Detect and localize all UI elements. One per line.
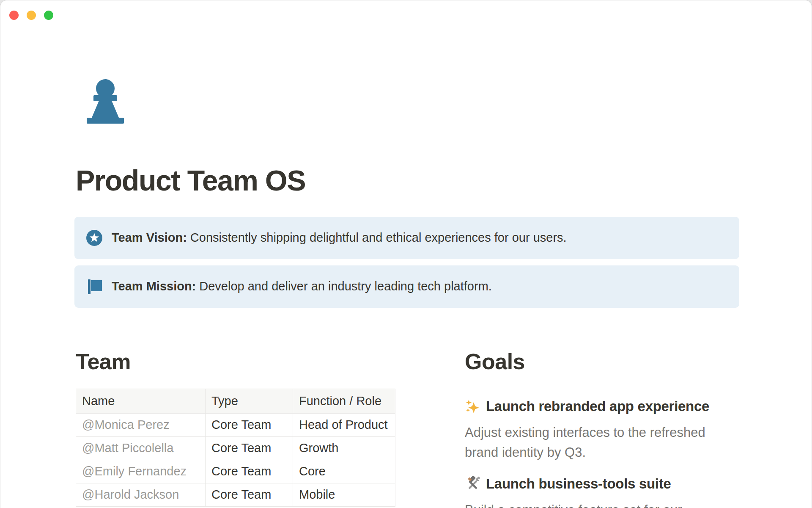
- cell-type[interactable]: Core Team: [206, 483, 293, 506]
- callout-label: Team Mission:: [112, 279, 196, 293]
- callout-team-vision[interactable]: Team Vision:Consistently shipping deligh…: [74, 217, 739, 259]
- cell-function[interactable]: Mobile: [293, 483, 395, 506]
- column-header-type[interactable]: Type: [206, 389, 293, 413]
- column-header-name[interactable]: Name: [76, 389, 206, 413]
- table-row: @Matt Piccolella Core Team Growth: [76, 436, 395, 460]
- callout-label: Team Vision:: [112, 231, 187, 244]
- cell-name-mention[interactable]: @Emily Fernandez: [76, 460, 206, 483]
- hammer-wrench-icon: [465, 476, 480, 492]
- cell-name-mention[interactable]: @Monica Perez: [76, 413, 206, 436]
- table-row: @Emily Fernandez Core Team Core: [76, 460, 395, 483]
- app-window: Product Team OS Team Vision:Consistently…: [0, 0, 812, 508]
- flag-icon: [86, 279, 102, 295]
- callout-body: Develop and deliver an industry leading …: [199, 279, 492, 293]
- two-column-layout: Team Name Type Function / Role @Monica P…: [76, 348, 740, 508]
- table-header-row: Name Type Function / Role: [76, 389, 395, 413]
- callout-text: Team Mission:Develop and deliver an indu…: [112, 278, 492, 295]
- cell-name-mention[interactable]: @Matt Piccolella: [76, 436, 206, 460]
- star-circle-icon: [86, 230, 102, 246]
- goal-description: Adjust existing interfaces to the refres…: [465, 422, 740, 462]
- goal-title: Launch rebranded app experience: [465, 398, 740, 416]
- cell-type[interactable]: Core Team: [206, 413, 293, 436]
- team-table: Name Type Function / Role @Monica Perez …: [76, 389, 395, 507]
- cell-function[interactable]: Core: [293, 460, 395, 483]
- minimize-window-button[interactable]: [27, 11, 36, 20]
- callout-text: Team Vision:Consistently shipping deligh…: [112, 229, 567, 246]
- cell-type[interactable]: Core Team: [206, 436, 293, 460]
- page-title[interactable]: Product Team OS: [76, 163, 740, 197]
- goal-description: Build a competitive feature set for our …: [465, 500, 740, 508]
- zoom-window-button[interactable]: [44, 11, 53, 20]
- table-row: @Harold Jackson Core Team Mobile: [76, 483, 395, 506]
- team-column: Team Name Type Function / Role @Monica P…: [76, 348, 395, 508]
- goal-item-rebranded-app[interactable]: Launch rebranded app experience Adjust e…: [465, 398, 740, 462]
- pawn-icon: [87, 79, 124, 124]
- team-heading[interactable]: Team: [76, 348, 395, 375]
- sparkles-icon: [465, 399, 480, 414]
- goal-item-business-tools[interactable]: Launch business-tools suite Build a comp…: [465, 475, 740, 508]
- window-controls: [9, 11, 53, 20]
- goal-title-text: Launch business-tools suite: [486, 475, 671, 493]
- goal-title-text: Launch rebranded app experience: [486, 398, 709, 416]
- column-header-function-role[interactable]: Function / Role: [293, 389, 395, 413]
- close-window-button[interactable]: [9, 11, 19, 20]
- page-icon-pawn[interactable]: [87, 79, 124, 124]
- callout-team-mission[interactable]: Team Mission:Develop and deliver an indu…: [74, 265, 739, 308]
- page-content: Product Team OS Team Vision:Consistently…: [76, 0, 740, 508]
- cell-function[interactable]: Head of Product: [293, 413, 395, 436]
- cell-type[interactable]: Core Team: [206, 460, 293, 483]
- goal-title: Launch business-tools suite: [465, 475, 740, 493]
- goals-heading[interactable]: Goals: [465, 348, 740, 375]
- callout-body: Consistently shipping delightful and eth…: [190, 231, 567, 244]
- goals-column: Goals Launch rebranded app experience Ad…: [465, 348, 740, 508]
- table-row: @Monica Perez Core Team Head of Product: [76, 413, 395, 436]
- cell-function[interactable]: Growth: [293, 436, 395, 460]
- cell-name-mention[interactable]: @Harold Jackson: [76, 483, 206, 506]
